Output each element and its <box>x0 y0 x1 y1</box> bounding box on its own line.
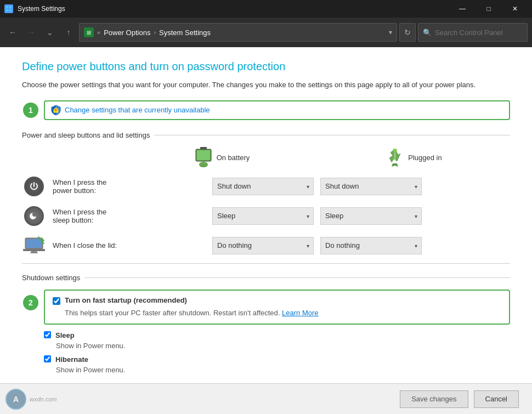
window-title: System Settings <box>18 5 450 13</box>
sleep-checkbox-row: Sleep <box>44 331 510 339</box>
change-settings-label: Change settings that are currently unava… <box>65 106 210 114</box>
sleep-button-icon <box>22 204 46 228</box>
lid-on-battery-select-wrapper: Do nothing Sleep Hibernate Shut down Tur… <box>212 237 314 254</box>
fast-startup-row: Turn on fast startup (recommended) <box>53 296 501 305</box>
fast-startup-checkbox[interactable] <box>53 297 60 305</box>
app-icon <box>4 4 13 13</box>
watermark: A wxdn.com <box>5 389 57 410</box>
sleep-button-row: When I press the sleep button: Do nothin… <box>22 204 510 228</box>
power-button-icon <box>22 174 46 199</box>
content-area: Define power buttons and turn on passwor… <box>0 47 532 414</box>
svg-text:A: A <box>13 395 19 404</box>
fast-startup-description: This helps start your PC faster after sh… <box>65 308 501 318</box>
watermark-logo: A <box>5 389 26 410</box>
svg-rect-2 <box>6 9 8 12</box>
lid-label: When I close the lid: <box>53 241 124 249</box>
svg-point-13 <box>393 149 397 152</box>
hibernate-sub-label: Show in Power menu. <box>56 366 510 374</box>
uac-shield-icon <box>50 105 61 116</box>
search-input[interactable] <box>435 29 527 37</box>
power-plugged-select-wrapper: Do nothing Sleep Hibernate Shut down Tur… <box>320 178 422 195</box>
search-bar[interactable]: 🔍 <box>418 23 528 42</box>
page-title: Define power buttons and turn on passwor… <box>22 60 510 73</box>
change-settings-link[interactable]: Change settings that are currently unava… <box>44 100 510 120</box>
section-header-2: Shutdown settings <box>22 274 510 282</box>
page-description: Choose the power settings that you want … <box>22 80 510 90</box>
window-controls: — □ ✕ <box>450 0 528 18</box>
hibernate-checkbox-row: Hibernate <box>44 355 510 364</box>
sleep-sub-label: Show in Power menu. <box>56 342 510 350</box>
svg-rect-16 <box>26 239 42 248</box>
svg-rect-0 <box>6 6 8 8</box>
svg-rect-14 <box>394 152 396 160</box>
on-battery-header: On battery <box>126 147 318 169</box>
cancel-button[interactable]: Cancel <box>474 390 519 408</box>
lid-row: When I close the lid: Do nothing Sleep H… <box>22 234 510 258</box>
lid-icon <box>22 234 46 258</box>
power-button-label: When I press the power button: <box>53 178 124 195</box>
breadcrumb-separator: « <box>97 29 100 36</box>
svg-rect-17 <box>23 249 45 251</box>
breadcrumb-arrow: › <box>154 29 156 36</box>
svg-rect-1 <box>9 6 12 8</box>
address-bar[interactable]: ⊞ « Power Options › System Settings ▾ <box>79 23 397 42</box>
power-plugged-select[interactable]: Do nothing Sleep Hibernate Shut down Tur… <box>320 178 422 195</box>
sleep-button-label: When I press the sleep button: <box>53 208 124 224</box>
learn-more-link[interactable]: Learn More <box>282 309 318 317</box>
back-button[interactable]: ← <box>4 24 21 41</box>
fast-startup-label: Turn on fast startup (recommended) <box>65 296 187 304</box>
settings-column-headers: On battery Plugged in <box>22 147 510 169</box>
refresh-button[interactable]: ↻ <box>399 23 416 42</box>
breadcrumb-power-options[interactable]: Power Options <box>104 29 150 37</box>
title-bar: System Settings — □ ✕ <box>0 0 532 18</box>
save-changes-button[interactable]: Save changes <box>400 390 468 408</box>
section-separator <box>22 263 510 264</box>
breadcrumb-system-settings: System Settings <box>159 29 211 37</box>
watermark-text: wxdn.com <box>30 396 57 402</box>
laptop-lid-icon <box>23 236 45 256</box>
forward-button[interactable]: → <box>23 24 39 41</box>
step-1-badge: 1 <box>23 103 38 118</box>
lid-on-battery-select[interactable]: Do nothing Sleep Hibernate Shut down Tur… <box>212 237 314 254</box>
battery-icon <box>195 147 212 169</box>
hibernate-checkbox[interactable] <box>44 355 51 362</box>
plugged-in-header: Plugged in <box>318 148 510 168</box>
lid-plugged-select-wrapper: Do nothing Sleep Hibernate Shut down Tur… <box>320 237 422 254</box>
bottom-bar: A wxdn.com Save changes Cancel <box>0 383 532 414</box>
navigation-bar: ← → ⌄ ↑ ⊞ « Power Options › System Setti… <box>0 18 532 47</box>
section-header-1: Power and sleep buttons and lid settings <box>22 131 510 139</box>
power-icon <box>29 182 39 191</box>
sleep-on-battery-select-wrapper: Do nothing Sleep Hibernate Shut down Tur… <box>212 207 314 225</box>
sleep-setting-label: Sleep <box>55 331 75 339</box>
sleep-plugged-select-wrapper: Do nothing Sleep Hibernate Shut down Tur… <box>320 207 422 225</box>
maximize-button[interactable]: □ <box>476 0 501 18</box>
power-button-row: When I press the power button: Do nothin… <box>22 174 510 199</box>
sleep-plugged-select[interactable]: Do nothing Sleep Hibernate Shut down Tur… <box>320 207 422 225</box>
power-on-battery-select[interactable]: Do nothing Sleep Hibernate Shut down Tur… <box>212 178 314 195</box>
step-2-badge: 2 <box>23 295 38 310</box>
shutdown-section: 2 Turn on fast startup (recommended) Thi… <box>44 290 510 374</box>
address-dropdown-arrow[interactable]: ▾ <box>389 29 392 36</box>
address-bar-icon: ⊞ <box>84 27 94 37</box>
fast-startup-box: Turn on fast startup (recommended) This … <box>44 290 510 325</box>
search-icon: 🔍 <box>423 29 432 37</box>
svg-rect-3 <box>9 9 12 12</box>
hibernate-setting-label: Hibernate <box>55 355 88 364</box>
up-button[interactable]: ↑ <box>60 24 77 41</box>
close-button[interactable]: ✕ <box>502 0 528 18</box>
change-settings-section: 1 Change settings that are currently una… <box>44 100 510 120</box>
recent-locations-button[interactable]: ⌄ <box>42 24 58 41</box>
power-button-selects: Do nothing Sleep Hibernate Shut down Tur… <box>124 178 510 195</box>
svg-text:⊞: ⊞ <box>87 30 91 36</box>
sleep-on-battery-select[interactable]: Do nothing Sleep Hibernate Shut down Tur… <box>212 207 314 225</box>
svg-rect-9 <box>200 147 207 149</box>
lid-plugged-select[interactable]: Do nothing Sleep Hibernate Shut down Tur… <box>320 237 422 254</box>
minimize-button[interactable]: — <box>450 0 475 18</box>
sleep-icon <box>29 211 39 221</box>
hibernate-setting-section: Hibernate Show in Power menu. <box>44 355 510 374</box>
plugged-in-icon <box>386 148 404 168</box>
sleep-button-selects: Do nothing Sleep Hibernate Shut down Tur… <box>124 207 510 225</box>
lid-selects: Do nothing Sleep Hibernate Shut down Tur… <box>124 237 510 254</box>
main-content: Define power buttons and turn on passwor… <box>0 47 532 414</box>
sleep-checkbox[interactable] <box>44 331 51 338</box>
